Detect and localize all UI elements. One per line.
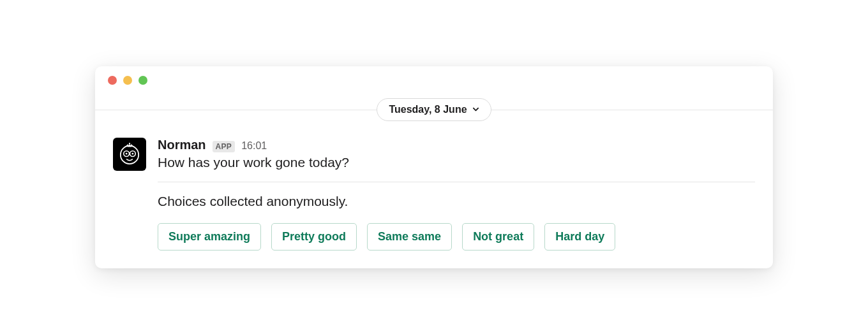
message-header: Norman APP 16:01: [158, 138, 755, 152]
titlebar: [95, 66, 773, 94]
svg-point-5: [131, 152, 133, 154]
choice-button-hard-day[interactable]: Hard day: [544, 223, 615, 250]
section-divider: [158, 182, 755, 182]
choice-button-same-same[interactable]: Same same: [367, 223, 452, 250]
choice-button-not-great[interactable]: Not great: [462, 223, 534, 250]
app-window: Tuesday, 8 June: [95, 66, 773, 268]
anonymity-note: Choices collected anonymously.: [158, 194, 755, 209]
message-content: Norman APP 16:01 How has your work gone …: [158, 138, 755, 250]
chevron-down-icon: [472, 106, 479, 113]
date-picker-button[interactable]: Tuesday, 8 June: [377, 98, 491, 121]
choice-button-pretty-good[interactable]: Pretty good: [271, 223, 357, 250]
message: Norman APP 16:01 How has your work gone …: [95, 125, 773, 268]
date-divider: Tuesday, 8 June: [95, 94, 773, 125]
date-label: Tuesday, 8 June: [389, 104, 467, 115]
choices-row: Super amazing Pretty good Same same Not …: [158, 223, 755, 250]
svg-point-7: [129, 143, 130, 144]
author-name[interactable]: Norman: [158, 138, 206, 152]
window-close-button[interactable]: [108, 76, 117, 85]
timestamp[interactable]: 16:01: [241, 140, 267, 152]
window-minimize-button[interactable]: [123, 76, 132, 85]
question-text: How has your work gone today?: [158, 155, 755, 170]
choice-button-super-amazing[interactable]: Super amazing: [158, 223, 261, 250]
avatar[interactable]: [113, 138, 146, 171]
window-maximize-button[interactable]: [138, 76, 147, 85]
app-badge: APP: [213, 141, 236, 152]
svg-point-4: [126, 152, 128, 154]
